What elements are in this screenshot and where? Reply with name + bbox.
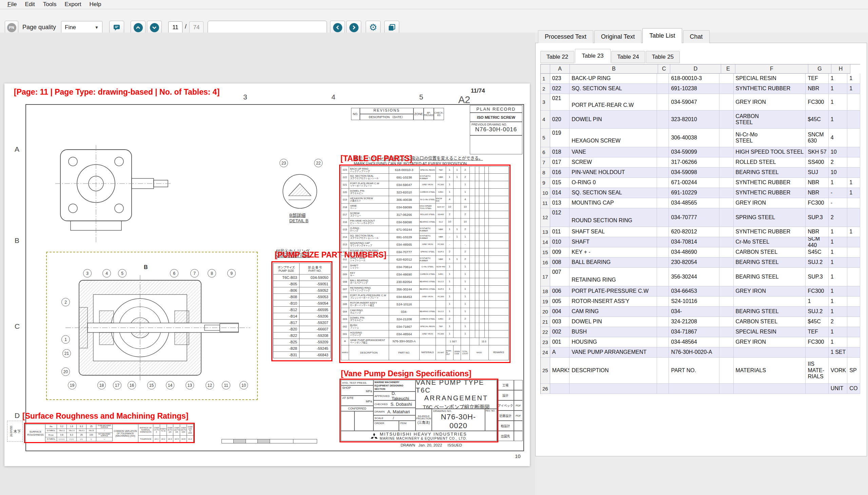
grid-cell[interactable] (847, 257, 860, 268)
grid-cell[interactable] (847, 286, 860, 296)
menu-tools[interactable]: Tools (39, 0, 61, 8)
grid-cell[interactable]: BALL BEARING (570, 257, 657, 268)
grid-cell[interactable]: UNIT (829, 384, 848, 394)
grid-cell[interactable]: SYNTHETIC RUBBER (734, 84, 806, 94)
grid-cell[interactable]: PART NO. (669, 358, 719, 384)
grid-cell[interactable]: GREY IRON (734, 94, 806, 110)
tab-table-24[interactable]: Table 24 (611, 51, 645, 63)
grid-cell[interactable] (719, 178, 734, 188)
grid-cell[interactable]: 034-71867 (669, 327, 719, 337)
grid-cell[interactable] (550, 384, 570, 394)
grid-cell[interactable]: 010 (550, 237, 570, 248)
grid-cell[interactable]: ROUND SECTION RING (570, 208, 657, 227)
next-page-button[interactable] (346, 21, 361, 34)
row-header-1[interactable]: 1 (541, 74, 550, 84)
grid-cell[interactable]: 1 (847, 227, 860, 237)
grid-cell[interactable]: 230-82054 (669, 257, 719, 268)
grid-cell[interactable]: CARBON STEEL (734, 110, 806, 129)
grid-cell[interactable]: A (550, 347, 570, 358)
grid-cell[interactable]: BACK-UP RING (570, 74, 657, 84)
grid-cell[interactable] (657, 147, 669, 157)
grid-cell[interactable] (657, 317, 669, 327)
grid-cell[interactable] (719, 358, 734, 384)
grid-cell[interactable]: TEF (805, 327, 828, 337)
grid-cell[interactable]: S24-10116 (669, 296, 719, 307)
grid-cell[interactable] (847, 157, 860, 168)
grid-cell[interactable]: BEARING STEEL (734, 268, 806, 286)
column-header-h[interactable]: H (831, 65, 850, 74)
grid-cell[interactable] (719, 268, 734, 286)
grid-cell[interactable]: 016 (550, 168, 570, 178)
row-header-3[interactable]: 3 (541, 94, 550, 110)
grid-cell[interactable]: 1 (829, 178, 848, 188)
grid-cell[interactable]: 015 (550, 178, 570, 188)
grid-cell[interactable] (719, 168, 734, 178)
grid-cell[interactable]: SUJ.2 (805, 257, 828, 268)
grid-cell[interactable] (847, 248, 860, 257)
grid-cell[interactable] (719, 74, 734, 84)
grid-cell[interactable]: 1 (829, 94, 848, 110)
grid-cell[interactable]: 306-40038 (669, 129, 719, 147)
grid-cell[interactable] (657, 178, 669, 188)
tab-table-22[interactable]: Table 22 (540, 51, 574, 63)
grid-cell[interactable]: SQ. SECTION SEAL (570, 188, 657, 198)
grid-cell[interactable]: DOWEL PIN (570, 317, 657, 327)
grid-cell[interactable]: 018 (550, 147, 570, 157)
grid-cell[interactable]: SYNTHETIC RUBBER (734, 227, 806, 237)
grid-cell[interactable]: SNCM 630 (805, 129, 828, 147)
grid-cell[interactable]: 007 (550, 268, 570, 286)
menu-help[interactable]: Help (86, 0, 105, 8)
grid-cell[interactable]: 1 (829, 110, 848, 129)
grid-cell[interactable] (657, 347, 669, 358)
grid-cell[interactable]: 022 (550, 84, 570, 94)
grid-cell[interactable]: SUJ.2 (805, 307, 828, 317)
grid-cell[interactable]: 034-59098 (669, 168, 719, 178)
grid-cell[interactable]: GREY IRON (734, 286, 806, 296)
grid-cell[interactable]: 034-59099 (669, 147, 719, 157)
grid-cell[interactable]: MOUNTING CAP (570, 198, 657, 208)
tab-processed-text[interactable]: Processed Text (538, 30, 593, 43)
grid-cell[interactable]: 020 (550, 110, 570, 129)
grid-cell[interactable] (657, 208, 669, 227)
grid-cell[interactable]: SHAFT SEAL (570, 227, 657, 237)
grid-cell[interactable]: DESCRIPTION (570, 358, 657, 384)
grid-cell[interactable]: 1 (829, 257, 848, 268)
grid-cell[interactable] (669, 384, 719, 394)
grid-cell[interactable]: SCREW (570, 157, 657, 168)
row-header-13[interactable]: 13 (541, 227, 550, 237)
grid-cell[interactable]: 017 (550, 157, 570, 168)
grid-cell[interactable]: 1 (829, 296, 848, 307)
grid-cell[interactable]: 009 (550, 248, 570, 257)
grid-cell[interactable]: MATERIALS (734, 358, 806, 384)
grid-cell[interactable] (657, 257, 669, 268)
grid-cell[interactable]: 4 (829, 129, 848, 147)
row-header-4[interactable]: 4 (541, 110, 550, 129)
copy-pages-button[interactable] (384, 21, 399, 34)
grid-cell[interactable]: VANE PUMP ARRANGEMENT (570, 347, 657, 358)
grid-cell[interactable]: CARBON STEEL (734, 248, 806, 257)
grid-cell[interactable] (847, 198, 860, 208)
grid-cell[interactable]: CO (847, 384, 860, 394)
comment-button[interactable] (109, 21, 124, 34)
grid-cell[interactable]: 008 (550, 257, 570, 268)
grid-cell[interactable]: 1 (829, 327, 848, 337)
grid-cell[interactable]: GREY IRON (734, 198, 806, 208)
grid-cell[interactable]: - (829, 188, 848, 198)
grid-cell[interactable]: CARBON STEEL (734, 317, 806, 327)
grid-cell[interactable]: 1 (829, 248, 848, 257)
grid-cell[interactable]: SPRING STEEL (734, 208, 806, 227)
grid-cell[interactable] (657, 307, 669, 317)
grid-cell[interactable] (719, 147, 734, 157)
grid-cell[interactable]: 2 (829, 317, 848, 327)
grid-cell[interactable]: 1 (829, 268, 848, 286)
grid-cell[interactable]: DOWEL PIN (570, 110, 657, 129)
current-page-input[interactable] (168, 21, 183, 34)
row-header-20[interactable]: 20 (541, 307, 550, 317)
column-header-c[interactable]: C (658, 65, 670, 74)
grid-cell[interactable] (847, 94, 860, 110)
grid-cell[interactable]: 003 (550, 317, 570, 327)
grid-cell[interactable] (657, 227, 669, 237)
menu-edit[interactable]: Edit (21, 0, 39, 8)
grid-cell[interactable]: 1 (829, 286, 848, 296)
grid-cell[interactable] (847, 129, 860, 147)
